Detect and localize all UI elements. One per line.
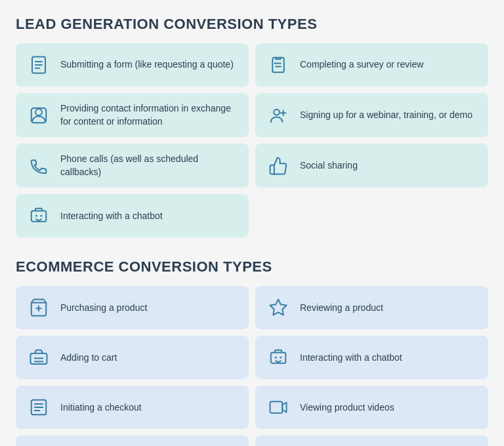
chatbot-icon xyxy=(26,203,51,228)
video-icon xyxy=(266,395,291,420)
ecommerce-section-title: ECOMMERCE CONVERSION TYPES xyxy=(16,258,488,275)
webinar-icon xyxy=(266,103,291,128)
form-icon xyxy=(26,52,51,77)
item-label: Providing contact information in exchang… xyxy=(60,102,238,128)
star-icon xyxy=(266,295,291,320)
list-item: Submitting a form (like requesting a quo… xyxy=(16,43,249,87)
list-item: Social sharing xyxy=(255,436,488,446)
item-label: Reviewing a product xyxy=(300,302,383,315)
list-item: Adding to cart xyxy=(16,336,249,379)
list-item: Phone calls (as well as scheduled callba… xyxy=(16,144,249,188)
item-label: Phone calls (as well as scheduled callba… xyxy=(60,153,238,178)
list-item: Reviewing a product xyxy=(255,286,488,329)
item-label: Purchasing a product xyxy=(60,302,147,315)
list-item: Signing up for or opting into emails xyxy=(16,436,249,446)
list-item: Signing up for a webinar, training, or d… xyxy=(255,93,488,137)
list-item: Interacting with a chatbot xyxy=(255,336,488,379)
item-label: Submitting a form (like requesting a quo… xyxy=(60,58,234,71)
item-label: Interacting with a chatbot xyxy=(300,352,402,365)
lead-section-title: LEAD GENERATION CONVERSION TYPES xyxy=(16,16,488,33)
list-item: Providing contact information in exchang… xyxy=(16,93,249,137)
list-item: Viewing product videos xyxy=(255,386,488,429)
item-label: Signing up for a webinar, training, or d… xyxy=(300,109,472,122)
item-label: Interacting with a chatbot xyxy=(60,210,163,223)
contact-icon xyxy=(26,103,51,128)
item-label: Adding to cart xyxy=(60,352,117,365)
item-label: Viewing product videos xyxy=(300,401,394,415)
add-cart-icon xyxy=(26,345,51,370)
lead-grid: Submitting a form (like requesting a quo… xyxy=(16,43,488,237)
lead-section: LEAD GENERATION CONVERSION TYPES Submitt… xyxy=(16,16,488,237)
cart-plus-icon xyxy=(26,295,51,320)
item-label: Initiating a checkout xyxy=(60,401,142,415)
checkout-icon xyxy=(26,395,51,420)
ecommerce-grid: Purchasing a product Reviewing a product… xyxy=(16,286,488,446)
thumbup-icon xyxy=(266,153,291,178)
chatbot-icon xyxy=(266,345,291,370)
ecommerce-section: ECOMMERCE CONVERSION TYPES Purchasing a … xyxy=(16,258,488,446)
list-item: Completing a survey or review xyxy=(255,43,488,87)
list-item: Initiating a checkout xyxy=(16,386,249,429)
item-label: Social sharing xyxy=(300,159,358,172)
list-item: Interacting with a chatbot xyxy=(16,194,249,237)
survey-icon xyxy=(266,52,291,77)
phone-icon xyxy=(26,153,51,178)
list-item: Purchasing a product xyxy=(16,286,249,329)
item-label: Completing a survey or review xyxy=(300,58,423,71)
list-item: Social sharing xyxy=(255,144,488,188)
